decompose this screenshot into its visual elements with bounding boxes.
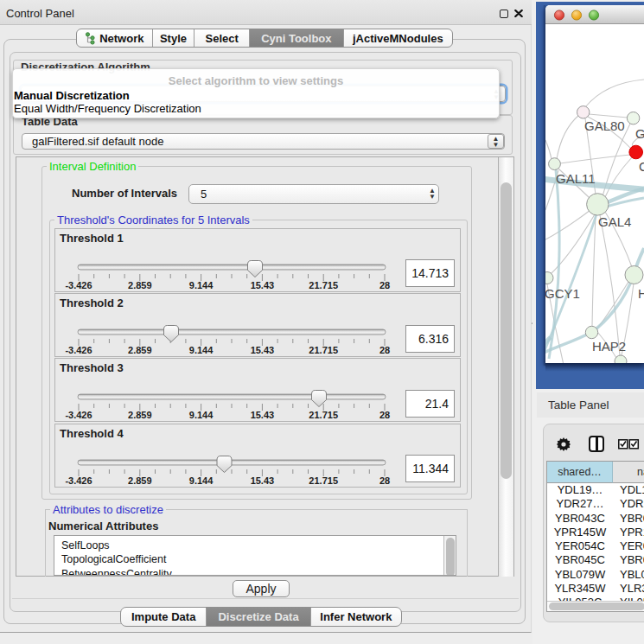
svg-text:15.43: 15.43	[251, 280, 275, 290]
svg-text:28: 28	[379, 345, 390, 355]
svg-text:21.715: 21.715	[309, 410, 338, 420]
svg-text:28: 28	[379, 475, 390, 486]
svg-text:GCY1: GCY1	[545, 286, 580, 301]
svg-text:28: 28	[379, 280, 390, 290]
svg-text:28: 28	[379, 410, 390, 420]
svg-text:-3.426: -3.426	[65, 410, 92, 420]
svg-text:C: C	[639, 159, 644, 174]
svg-text:21.715: 21.715	[309, 475, 338, 486]
svg-text:21.715: 21.715	[309, 280, 338, 290]
svg-text:GA: GA	[635, 126, 644, 141]
svg-text:9.144: 9.144	[189, 345, 214, 355]
svg-text:H: H	[638, 286, 644, 301]
svg-text:-3.426: -3.426	[65, 345, 92, 355]
svg-text:2.859: 2.859	[128, 410, 152, 420]
svg-text:15.43: 15.43	[251, 410, 275, 420]
svg-text:-3.426: -3.426	[65, 475, 92, 486]
svg-text:GAL11: GAL11	[556, 171, 596, 186]
svg-text:GAL4: GAL4	[598, 214, 631, 229]
svg-text:15.43: 15.43	[251, 345, 275, 355]
svg-text:2.859: 2.859	[128, 475, 152, 486]
svg-text:9.144: 9.144	[189, 475, 214, 486]
svg-text:21.715: 21.715	[309, 345, 338, 355]
svg-text:GAL80: GAL80	[584, 118, 625, 133]
svg-text:9.144: 9.144	[189, 410, 214, 420]
svg-text:-3.426: -3.426	[65, 280, 92, 290]
svg-text:2.859: 2.859	[128, 280, 152, 290]
svg-text:9.144: 9.144	[189, 280, 214, 290]
svg-text:HAP2: HAP2	[592, 339, 626, 354]
svg-text:15.43: 15.43	[251, 475, 275, 486]
svg-text:2.859: 2.859	[128, 345, 152, 355]
